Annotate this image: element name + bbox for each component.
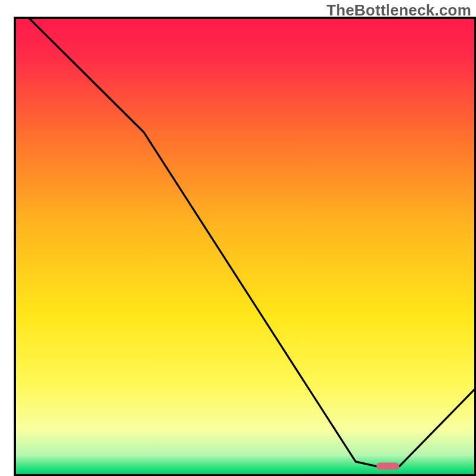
highlight-segment: [377, 463, 400, 470]
gradient-background: [15, 18, 475, 475]
bottleneck-chart: [0, 0, 476, 476]
chart-container: TheBottleneck.com: [0, 0, 476, 476]
plot-area: [15, 18, 475, 475]
watermark-text: TheBottleneck.com: [327, 1, 471, 20]
